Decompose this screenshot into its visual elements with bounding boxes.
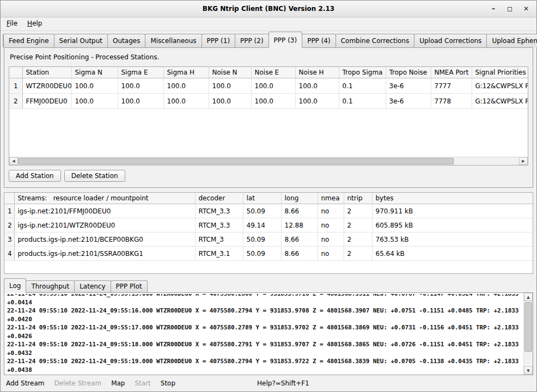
station-cell-noise-e[interactable]: 100.0 bbox=[251, 78, 295, 94]
hscroll-track[interactable] bbox=[18, 157, 519, 165]
tab-upload-corrections[interactable]: Upload Corrections bbox=[414, 34, 487, 47]
station-column-header-sigma-e[interactable]: Sigma E bbox=[118, 67, 163, 78]
tab-log[interactable]: Log bbox=[4, 278, 26, 293]
station-column-header-noise-h[interactable]: Noise H bbox=[295, 67, 339, 78]
stream-cell-lat[interactable]: 50.09 bbox=[243, 247, 281, 261]
stream-cell-long[interactable]: 12.88 bbox=[281, 218, 318, 232]
vscroll-track[interactable] bbox=[524, 301, 533, 366]
stream-cell-long[interactable]: 8.66 bbox=[281, 232, 318, 247]
tab-throughput[interactable]: Throughput bbox=[26, 280, 75, 292]
station-column-header-station[interactable]: Station bbox=[22, 67, 71, 78]
stream-cell-lat[interactable]: 50.09 bbox=[243, 204, 281, 218]
station-column-header-sigma-h[interactable]: Sigma H bbox=[163, 67, 209, 78]
station-column-header-signal-priorities[interactable]: Signal Priorities bbox=[472, 67, 528, 78]
stream-cell-streams-resource-loader-mountpoint[interactable]: igs-ip.net:2101/FFMJ00DEU0 bbox=[14, 204, 195, 218]
stream-cell-nmea[interactable]: no bbox=[318, 218, 344, 232]
stream-cell-bytes[interactable]: 763.53 kB bbox=[372, 232, 533, 247]
stream-column-header-lat[interactable]: lat bbox=[243, 193, 281, 204]
stream-cell-streams-resource-loader-mountpoint[interactable]: igs-ip.net:2101/WTZR00DEU0 bbox=[14, 218, 195, 232]
station-cell-noise-h[interactable]: 100.0 bbox=[295, 78, 339, 94]
tab-feed-engine[interactable]: Feed Engine bbox=[3, 34, 54, 47]
station-cell-station[interactable]: WTZR00DEU0 bbox=[22, 78, 71, 94]
scroll-left-icon[interactable]: ◀ bbox=[9, 157, 18, 165]
station-cell-sigma-e[interactable]: 100.0 bbox=[118, 78, 163, 94]
minimize-icon[interactable]: – bbox=[490, 5, 497, 13]
station-cell-sigma-n[interactable]: 100.0 bbox=[71, 78, 118, 94]
map-button[interactable]: Map bbox=[111, 379, 125, 387]
station-column-header-noise-n[interactable]: Noise N bbox=[209, 67, 251, 78]
stream-column-header-bytes[interactable]: bytes bbox=[372, 193, 533, 204]
stream-cell-bytes[interactable]: 65.64 kB bbox=[372, 247, 533, 261]
stream-cell-streams-resource-loader-mountpoint[interactable]: products.igs-ip.net:2101/BCEP00BKG0 bbox=[14, 232, 195, 247]
station-cell-nmea-port[interactable]: 7778 bbox=[431, 94, 472, 109]
add-station-button[interactable]: Add Station bbox=[9, 170, 61, 182]
stream-cell-bytes[interactable]: 970.911 kB bbox=[372, 204, 533, 218]
close-icon[interactable]: ✕ bbox=[522, 5, 530, 13]
station-cell-noise-n[interactable]: 100.0 bbox=[209, 94, 251, 109]
stream-cell-long[interactable]: 8.66 bbox=[281, 247, 318, 261]
station-cell-signal-priorities[interactable]: G:12&CWPSLX R:1 bbox=[472, 94, 528, 109]
stream-cell-streams-resource-loader-mountpoint[interactable]: products.igs-ip.net:2101/SSRA00BKG1 bbox=[14, 247, 195, 261]
vscroll-thumb[interactable] bbox=[524, 302, 532, 352]
stream-column-header-ntrip[interactable]: ntrip bbox=[344, 193, 372, 204]
titlebar[interactable]: BKG Ntrip Client (BNC) Version 2.13 – ◻ … bbox=[1, 1, 536, 17]
station-cell-sigma-n[interactable]: 100.0 bbox=[71, 94, 118, 109]
maximize-icon[interactable]: ◻ bbox=[506, 5, 514, 13]
station-column-header-tropo-noise[interactable]: Tropo Noise bbox=[386, 67, 431, 78]
station-cell-sigma-h[interactable]: 100.0 bbox=[163, 94, 209, 109]
stream-cell-ntrip[interactable]: 2 bbox=[344, 204, 372, 218]
stream-column-header-streams-resource-loader-mountpoint[interactable]: Streams: resource loader / mountpoint bbox=[14, 193, 195, 204]
scroll-up-icon[interactable]: ▲ bbox=[524, 293, 533, 301]
tab-ppp-4[interactable]: PPP (4) bbox=[302, 34, 336, 47]
station-cell-tropo-noise[interactable]: 3e-6 bbox=[386, 78, 431, 94]
station-column-header-tropo-sigma[interactable]: Tropo Sigma bbox=[339, 67, 386, 78]
add-stream-button[interactable]: Add Stream bbox=[6, 379, 44, 387]
station-cell-nmea-port[interactable]: 7777 bbox=[431, 78, 472, 94]
station-cell-tropo-noise[interactable]: 3e-6 bbox=[386, 94, 431, 109]
stream-column-header-long[interactable]: long bbox=[281, 193, 318, 204]
menu-file[interactable]: File bbox=[2, 17, 22, 30]
stream-cell-decoder[interactable]: RTCM_3.3 bbox=[195, 218, 243, 232]
stream-cell-lat[interactable]: 49.14 bbox=[243, 218, 281, 232]
station-cell-noise-h[interactable]: 100.0 bbox=[295, 94, 339, 109]
stream-column-header-decoder[interactable]: decoder bbox=[195, 193, 243, 204]
stream-cell-decoder[interactable]: RTCM_3.1 bbox=[195, 247, 243, 261]
tab-serial-output[interactable]: Serial Output bbox=[54, 34, 108, 47]
station-column-header-noise-e[interactable]: Noise E bbox=[251, 67, 295, 78]
scroll-down-icon[interactable]: ▼ bbox=[524, 366, 533, 375]
stream-cell-bytes[interactable]: 605.895 kB bbox=[372, 218, 533, 232]
delete-station-button[interactable]: Delete Station bbox=[64, 170, 125, 182]
tab-ppp-plot[interactable]: PPP Plot bbox=[111, 280, 148, 292]
station-cell-sigma-h[interactable]: 100.0 bbox=[163, 78, 209, 94]
stream-column-header-nmea[interactable]: nmea bbox=[318, 193, 344, 204]
stream-cell-nmea[interactable]: no bbox=[318, 204, 344, 218]
stream-cell-ntrip[interactable]: 2 bbox=[344, 247, 372, 261]
tab-combine-corrections[interactable]: Combine Corrections bbox=[335, 34, 415, 47]
station-cell-signal-priorities[interactable]: G:12&CWPSLX R:1 bbox=[472, 78, 528, 94]
stop-button[interactable]: Stop bbox=[161, 379, 175, 387]
station-column-header-sigma-n[interactable]: Sigma N bbox=[71, 67, 118, 78]
stream-cell-ntrip[interactable]: 2 bbox=[344, 218, 372, 232]
tab-ppp-2[interactable]: PPP (2) bbox=[235, 34, 269, 47]
stream-cell-lat[interactable]: 50.09 bbox=[243, 232, 281, 247]
tab-miscellaneous[interactable]: Miscellaneous bbox=[145, 34, 202, 47]
stations-hscrollbar[interactable]: ◀ ▶ bbox=[9, 157, 528, 165]
scroll-right-icon[interactable]: ▶ bbox=[519, 157, 528, 165]
station-cell-tropo-sigma[interactable]: 0.1 bbox=[339, 78, 386, 94]
tab-upload-ephemeris[interactable]: Upload Ephemeris bbox=[486, 34, 537, 47]
stream-cell-decoder[interactable]: RTCM_3.3 bbox=[195, 204, 243, 218]
log-output[interactable]: 22-11-24 09:55:10 2022-11-24_09:55:15.00… bbox=[7, 294, 523, 373]
tab-latency[interactable]: Latency bbox=[74, 280, 111, 292]
stream-cell-long[interactable]: 8.66 bbox=[281, 204, 318, 218]
station-cell-tropo-sigma[interactable]: 0.1 bbox=[339, 94, 386, 109]
stream-cell-ntrip[interactable]: 2 bbox=[344, 232, 372, 247]
tab-ppp-3[interactable]: PPP (3) bbox=[268, 32, 303, 48]
station-column-header-nmea-port[interactable]: NMEA Port bbox=[431, 67, 472, 78]
stream-cell-nmea[interactable]: no bbox=[318, 232, 344, 247]
stream-cell-nmea[interactable]: no bbox=[318, 247, 344, 261]
menu-help[interactable]: Help bbox=[22, 17, 47, 30]
station-cell-noise-n[interactable]: 100.0 bbox=[209, 78, 251, 94]
station-cell-sigma-e[interactable]: 100.0 bbox=[118, 94, 163, 109]
station-cell-station[interactable]: FFMJ00DEU0 bbox=[22, 94, 71, 109]
hscroll-thumb[interactable] bbox=[18, 158, 454, 164]
